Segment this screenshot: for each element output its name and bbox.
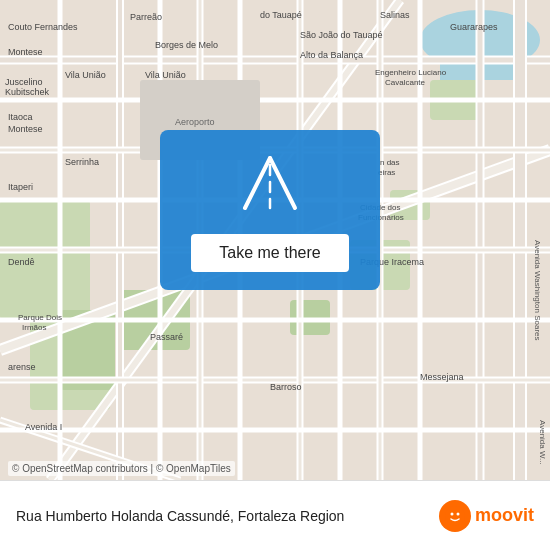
svg-text:Barroso: Barroso <box>270 382 302 392</box>
svg-text:Parreão: Parreão <box>130 12 162 22</box>
take-me-there-button[interactable]: Take me there <box>191 234 348 272</box>
svg-text:Itaperi: Itaperi <box>8 182 33 192</box>
svg-text:eiras: eiras <box>378 168 395 177</box>
bottom-bar: Rua Humberto Holanda Cassundé, Fortaleza… <box>0 480 550 550</box>
svg-text:Kubitschek: Kubitschek <box>5 87 50 97</box>
moovit-brand-text: moovit <box>475 505 534 526</box>
location-name: Rua Humberto Holanda Cassundé, Fortaleza… <box>16 508 439 524</box>
svg-text:Avenida Washington Soares: Avenida Washington Soares <box>533 240 542 341</box>
svg-text:Montese: Montese <box>8 47 43 57</box>
svg-line-82 <box>245 158 270 208</box>
svg-text:arense: arense <box>8 362 36 372</box>
svg-text:Avenida W...: Avenida W... <box>538 420 547 465</box>
svg-point-87 <box>445 506 465 526</box>
svg-text:n das: n das <box>380 158 400 167</box>
copyright-text: © OpenStreetMap contributors | © OpenMap… <box>8 461 235 476</box>
svg-text:Cavalcante: Cavalcante <box>385 78 426 87</box>
svg-text:Irmãos: Irmãos <box>22 323 46 332</box>
svg-text:Montese: Montese <box>8 124 43 134</box>
svg-text:Guararapes: Guararapes <box>450 22 498 32</box>
moovit-face-icon <box>439 500 471 532</box>
moovit-logo: moovit <box>439 500 534 532</box>
svg-text:São João do Tauapé: São João do Tauapé <box>300 30 382 40</box>
svg-text:Aeroporto: Aeroporto <box>175 117 215 127</box>
svg-line-83 <box>270 158 295 208</box>
svg-text:Itaoca: Itaoca <box>8 112 33 122</box>
svg-text:do Tauapé: do Tauapé <box>260 10 302 20</box>
svg-text:Avenida I: Avenida I <box>25 422 62 432</box>
svg-text:Borges de Melo: Borges de Melo <box>155 40 218 50</box>
svg-text:Passaré: Passaré <box>150 332 183 342</box>
road-icon <box>235 148 305 218</box>
svg-text:Juscelino: Juscelino <box>5 77 43 87</box>
svg-text:Alto da Balança: Alto da Balança <box>300 50 363 60</box>
svg-text:Dendê: Dendê <box>8 257 35 267</box>
map-container: Aeroporto Couto Fernandes Parreão do Tau… <box>0 0 550 550</box>
svg-text:Engenheiro Luciano: Engenheiro Luciano <box>375 68 447 77</box>
svg-text:Messejana: Messejana <box>420 372 464 382</box>
overlay-panel: Take me there <box>160 130 380 290</box>
svg-point-89 <box>456 512 459 515</box>
svg-text:Serrinha: Serrinha <box>65 157 99 167</box>
svg-point-88 <box>450 512 453 515</box>
svg-text:Couto Fernandes: Couto Fernandes <box>8 22 78 32</box>
svg-text:Vila União: Vila União <box>145 70 186 80</box>
svg-text:Salinas: Salinas <box>380 10 410 20</box>
svg-text:Parque Dois: Parque Dois <box>18 313 62 322</box>
svg-text:Vila União: Vila União <box>65 70 106 80</box>
